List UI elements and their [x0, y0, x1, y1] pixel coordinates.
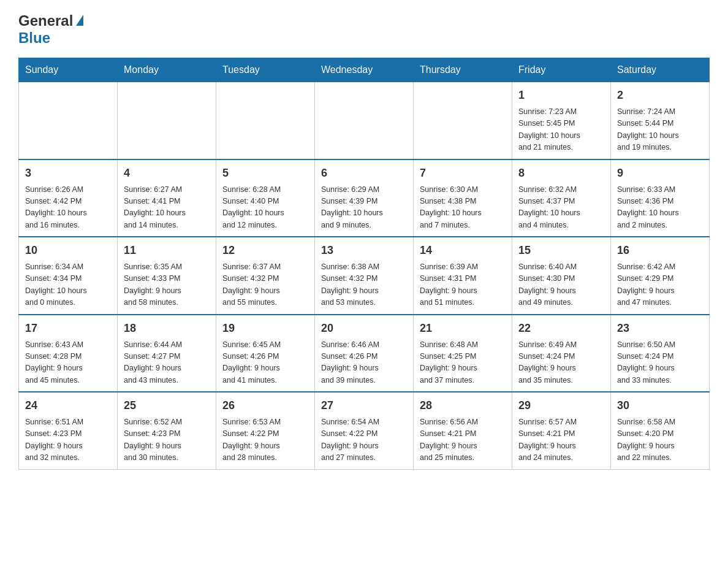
- calendar-cell: 18Sunrise: 6:44 AM Sunset: 4:27 PM Dayli…: [118, 315, 216, 393]
- day-number: 12: [222, 242, 308, 259]
- day-info: Sunrise: 6:49 AM Sunset: 4:24 PM Dayligh…: [518, 339, 604, 387]
- day-info: Sunrise: 6:57 AM Sunset: 4:21 PM Dayligh…: [518, 416, 604, 464]
- logo-triangle-icon: [76, 15, 83, 26]
- calendar-cell: 29Sunrise: 6:57 AM Sunset: 4:21 PM Dayli…: [512, 392, 611, 469]
- calendar-cell: 9Sunrise: 6:33 AM Sunset: 4:36 PM Daylig…: [611, 159, 710, 237]
- weekday-header-sunday: Sunday: [19, 58, 118, 82]
- day-number: 6: [321, 165, 407, 182]
- day-info: Sunrise: 6:34 AM Sunset: 4:34 PM Dayligh…: [25, 261, 111, 309]
- day-info: Sunrise: 6:45 AM Sunset: 4:26 PM Dayligh…: [222, 339, 308, 387]
- day-number: 18: [124, 320, 210, 337]
- day-info: Sunrise: 6:32 AM Sunset: 4:37 PM Dayligh…: [518, 184, 604, 232]
- day-info: Sunrise: 6:38 AM Sunset: 4:32 PM Dayligh…: [321, 261, 407, 309]
- calendar-cell: 8Sunrise: 6:32 AM Sunset: 4:37 PM Daylig…: [512, 159, 611, 237]
- day-info: Sunrise: 6:27 AM Sunset: 4:41 PM Dayligh…: [124, 184, 210, 232]
- calendar-cell: 3Sunrise: 6:26 AM Sunset: 4:42 PM Daylig…: [19, 159, 118, 237]
- day-number: 10: [25, 242, 111, 259]
- weekday-header-tuesday: Tuesday: [216, 58, 315, 82]
- calendar-cell: 25Sunrise: 6:52 AM Sunset: 4:23 PM Dayli…: [118, 392, 216, 469]
- day-number: 16: [617, 242, 703, 259]
- day-number: 20: [321, 320, 407, 337]
- day-info: Sunrise: 6:42 AM Sunset: 4:29 PM Dayligh…: [617, 261, 703, 309]
- day-number: 5: [222, 165, 308, 182]
- calendar-cell: 30Sunrise: 6:58 AM Sunset: 4:20 PM Dayli…: [611, 392, 710, 469]
- day-number: 3: [25, 165, 111, 182]
- day-info: Sunrise: 6:50 AM Sunset: 4:24 PM Dayligh…: [617, 339, 703, 387]
- calendar-cell: [19, 82, 118, 159]
- day-number: 25: [124, 397, 210, 414]
- day-info: Sunrise: 6:30 AM Sunset: 4:38 PM Dayligh…: [420, 184, 506, 232]
- day-number: 29: [518, 397, 604, 414]
- day-number: 2: [617, 87, 703, 104]
- day-number: 7: [420, 165, 506, 182]
- week-row-3: 10Sunrise: 6:34 AM Sunset: 4:34 PM Dayli…: [19, 237, 710, 315]
- day-number: 28: [420, 397, 506, 414]
- calendar-cell: 26Sunrise: 6:53 AM Sunset: 4:22 PM Dayli…: [216, 392, 315, 469]
- calendar-cell: 4Sunrise: 6:27 AM Sunset: 4:41 PM Daylig…: [118, 159, 216, 237]
- calendar-cell: 28Sunrise: 6:56 AM Sunset: 4:21 PM Dayli…: [414, 392, 512, 469]
- day-number: 13: [321, 242, 407, 259]
- calendar-cell: 20Sunrise: 6:46 AM Sunset: 4:26 PM Dayli…: [315, 315, 414, 393]
- calendar-cell: [414, 82, 512, 159]
- day-number: 15: [518, 242, 604, 259]
- calendar-cell: 23Sunrise: 6:50 AM Sunset: 4:24 PM Dayli…: [611, 315, 710, 393]
- day-number: 30: [617, 397, 703, 414]
- day-info: Sunrise: 6:48 AM Sunset: 4:25 PM Dayligh…: [420, 339, 506, 387]
- calendar-cell: 19Sunrise: 6:45 AM Sunset: 4:26 PM Dayli…: [216, 315, 315, 393]
- weekday-header-wednesday: Wednesday: [315, 58, 414, 82]
- calendar-cell: 17Sunrise: 6:43 AM Sunset: 4:28 PM Dayli…: [19, 315, 118, 393]
- calendar-cell: 7Sunrise: 6:30 AM Sunset: 4:38 PM Daylig…: [414, 159, 512, 237]
- logo: General Blue: [18, 12, 83, 47]
- calendar-cell: 15Sunrise: 6:40 AM Sunset: 4:30 PM Dayli…: [512, 237, 611, 315]
- day-info: Sunrise: 6:33 AM Sunset: 4:36 PM Dayligh…: [617, 184, 703, 232]
- calendar-cell: 12Sunrise: 6:37 AM Sunset: 4:32 PM Dayli…: [216, 237, 315, 315]
- day-number: 17: [25, 320, 111, 337]
- day-number: 8: [518, 165, 604, 182]
- calendar-cell: 21Sunrise: 6:48 AM Sunset: 4:25 PM Dayli…: [414, 315, 512, 393]
- week-row-4: 17Sunrise: 6:43 AM Sunset: 4:28 PM Dayli…: [19, 315, 710, 393]
- day-info: Sunrise: 7:23 AM Sunset: 5:45 PM Dayligh…: [518, 106, 604, 154]
- day-info: Sunrise: 6:39 AM Sunset: 4:31 PM Dayligh…: [420, 261, 506, 309]
- calendar-cell: 5Sunrise: 6:28 AM Sunset: 4:40 PM Daylig…: [216, 159, 315, 237]
- day-number: 11: [124, 242, 210, 259]
- day-info: Sunrise: 6:58 AM Sunset: 4:20 PM Dayligh…: [617, 416, 703, 464]
- day-info: Sunrise: 6:51 AM Sunset: 4:23 PM Dayligh…: [25, 416, 111, 464]
- day-number: 1: [518, 87, 604, 104]
- calendar-cell: 10Sunrise: 6:34 AM Sunset: 4:34 PM Dayli…: [19, 237, 118, 315]
- weekday-header-thursday: Thursday: [414, 58, 512, 82]
- calendar-cell: 1Sunrise: 7:23 AM Sunset: 5:45 PM Daylig…: [512, 82, 611, 159]
- week-row-2: 3Sunrise: 6:26 AM Sunset: 4:42 PM Daylig…: [19, 159, 710, 237]
- day-number: 27: [321, 397, 407, 414]
- day-info: Sunrise: 6:40 AM Sunset: 4:30 PM Dayligh…: [518, 261, 604, 309]
- day-info: Sunrise: 6:29 AM Sunset: 4:39 PM Dayligh…: [321, 184, 407, 232]
- day-info: Sunrise: 6:52 AM Sunset: 4:23 PM Dayligh…: [124, 416, 210, 464]
- day-info: Sunrise: 7:24 AM Sunset: 5:44 PM Dayligh…: [617, 106, 703, 154]
- calendar-cell: 24Sunrise: 6:51 AM Sunset: 4:23 PM Dayli…: [19, 392, 118, 469]
- calendar-cell: 13Sunrise: 6:38 AM Sunset: 4:32 PM Dayli…: [315, 237, 414, 315]
- calendar-cell: 11Sunrise: 6:35 AM Sunset: 4:33 PM Dayli…: [118, 237, 216, 315]
- calendar-cell: 6Sunrise: 6:29 AM Sunset: 4:39 PM Daylig…: [315, 159, 414, 237]
- calendar-cell: 22Sunrise: 6:49 AM Sunset: 4:24 PM Dayli…: [512, 315, 611, 393]
- day-number: 9: [617, 165, 703, 182]
- day-info: Sunrise: 6:28 AM Sunset: 4:40 PM Dayligh…: [222, 184, 308, 232]
- week-row-5: 24Sunrise: 6:51 AM Sunset: 4:23 PM Dayli…: [19, 392, 710, 469]
- day-number: 22: [518, 320, 604, 337]
- day-info: Sunrise: 6:46 AM Sunset: 4:26 PM Dayligh…: [321, 339, 407, 387]
- calendar-cell: [315, 82, 414, 159]
- calendar-cell: 2Sunrise: 7:24 AM Sunset: 5:44 PM Daylig…: [611, 82, 710, 159]
- day-number: 23: [617, 320, 703, 337]
- day-info: Sunrise: 6:54 AM Sunset: 4:22 PM Dayligh…: [321, 416, 407, 464]
- weekday-header-saturday: Saturday: [611, 58, 710, 82]
- header: General Blue: [18, 12, 710, 47]
- weekday-header-monday: Monday: [118, 58, 216, 82]
- day-info: Sunrise: 6:44 AM Sunset: 4:27 PM Dayligh…: [124, 339, 210, 387]
- day-number: 4: [124, 165, 210, 182]
- day-info: Sunrise: 6:26 AM Sunset: 4:42 PM Dayligh…: [25, 184, 111, 232]
- calendar-cell: [118, 82, 216, 159]
- logo-general-text: General: [18, 12, 73, 29]
- logo-blue-text: Blue: [18, 29, 50, 46]
- calendar-cell: 27Sunrise: 6:54 AM Sunset: 4:22 PM Dayli…: [315, 392, 414, 469]
- day-number: 26: [222, 397, 308, 414]
- day-info: Sunrise: 6:53 AM Sunset: 4:22 PM Dayligh…: [222, 416, 308, 464]
- day-info: Sunrise: 6:43 AM Sunset: 4:28 PM Dayligh…: [25, 339, 111, 387]
